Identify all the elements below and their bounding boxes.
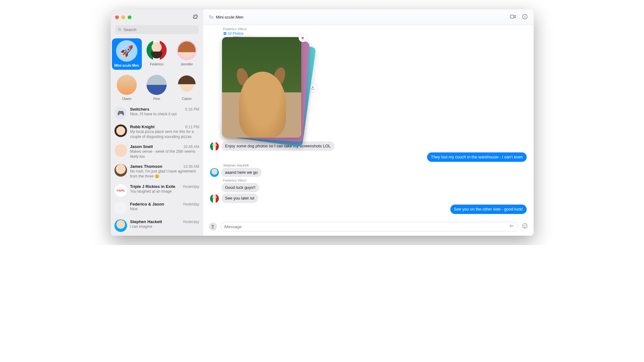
avatar <box>147 75 167 95</box>
messages-window: 🚀Mini-scule MenFedericoJenniferOwenFinnC… <box>111 9 534 236</box>
conversation-title: Robb Knight <box>130 124 155 129</box>
details-button[interactable] <box>522 14 528 21</box>
message-row: They lost my couch in the warehouse - I … <box>210 152 527 162</box>
photos-collection-link[interactable]: 10 Photos <box>223 31 527 35</box>
pinned-conversation[interactable]: 🚀Mini-scule Men <box>112 38 142 70</box>
message-bubble[interactable]: aaand here we go <box>221 168 262 177</box>
apps-button[interactable] <box>209 222 217 231</box>
search-input[interactable] <box>123 27 196 32</box>
svg-rect-5 <box>225 32 226 33</box>
search-field[interactable] <box>115 25 199 34</box>
search-icon <box>118 27 122 32</box>
main-panel: To: Mini-scule Men Federico Viticci 10 P… <box>203 9 534 236</box>
avatar: triplej <box>114 184 127 197</box>
avatar <box>147 40 167 60</box>
pinned-conversation[interactable]: Owen <box>112 73 142 103</box>
avatar <box>210 168 219 177</box>
conversation-item[interactable]: Jason Snell10:46 AMMakes sense - week of… <box>111 142 203 162</box>
pin-label: Owen <box>122 97 131 101</box>
svg-rect-4 <box>224 32 225 33</box>
message-row: Enjoy some dog photos so I can take my s… <box>210 141 527 151</box>
svg-rect-7 <box>225 33 226 35</box>
conversation-title: Jason Snell <box>130 144 153 149</box>
avatar: 🎮 <box>114 107 127 119</box>
conversation-item[interactable]: Robb Knight6:11 PMMy local pizza place s… <box>111 122 203 142</box>
heart-reaction-icon: ♥ <box>299 34 307 42</box>
svg-point-1 <box>118 28 120 30</box>
emoji-button[interactable] <box>522 223 528 230</box>
pinned-conversation[interactable]: Calvin <box>172 73 202 103</box>
conversation-item[interactable]: 🎮Switchers6:16 PMNice, I'll have to chec… <box>111 104 203 122</box>
conversation-preview: Makes sense - week of the 25th seems lik… <box>130 149 199 159</box>
conversation-time: 6:16 PM <box>185 107 199 112</box>
compose-button[interactable] <box>193 14 199 21</box>
conversation-time: 6:11 PM <box>185 125 199 129</box>
conversation-time: 10:46 AM <box>183 145 199 149</box>
message-row: See you on the other side - good luck! <box>210 205 527 214</box>
sender-name: Stephen Hackett <box>223 163 527 167</box>
to-name: Mini-scule Men <box>216 15 243 19</box>
message-bubble[interactable]: See you on the other side - good luck! <box>450 205 527 214</box>
pin-label: Mini-scule Men <box>114 63 139 67</box>
message-bubble[interactable]: They lost my couch in the warehouse - I … <box>427 152 526 162</box>
conversation-title: James Thomson <box>130 164 163 169</box>
compose-bar <box>203 219 534 236</box>
avatar <box>210 142 219 151</box>
conversation-title: Switchers <box>130 107 149 112</box>
titlebar <box>111 9 203 25</box>
message-row: See you later lol <box>210 194 527 203</box>
pin-label: Calvin <box>182 97 192 101</box>
conversation-item[interactable]: Stephen HackettYesterdayi can imagine <box>111 217 203 234</box>
conversation-title: Triple J Rickies in Exile <box>130 184 175 189</box>
audio-message-button[interactable] <box>509 224 514 229</box>
message-bubble[interactable]: Good luck guys!! <box>221 183 259 192</box>
svg-point-8 <box>522 224 527 228</box>
avatar <box>177 40 197 60</box>
conversation-preview: You laughed at an image <box>130 189 199 194</box>
zoom-window-button[interactable] <box>128 15 131 19</box>
conversation-header: To: Mini-scule Men <box>203 9 534 25</box>
photo-stack[interactable]: ♥ <box>222 37 304 138</box>
to-label: To: <box>209 15 214 19</box>
avatar <box>114 202 127 214</box>
conversation-item[interactable]: triplejTriple J Rickies in ExileYesterda… <box>111 182 203 199</box>
grid-icon <box>223 32 227 35</box>
message-thread[interactable]: Federico Viticci 10 Photos ♥ Enjoy so <box>203 25 534 219</box>
message-input[interactable] <box>224 224 509 229</box>
avatar <box>117 75 137 95</box>
conversation-item[interactable]: Federico & JasonYesterdayNice <box>111 199 203 217</box>
pin-label: Finn <box>153 97 160 101</box>
pin-label: Federico <box>150 62 164 66</box>
message-row: Good luck guys!! <box>210 183 527 192</box>
conversation-list[interactable]: 🎮Switchers6:16 PMNice, I'll have to chec… <box>111 104 203 236</box>
avatar <box>210 194 219 203</box>
message-input-field[interactable] <box>221 222 518 231</box>
message-bubble[interactable]: See you later lol <box>221 194 258 203</box>
pinned-conversation[interactable]: Jennifer <box>172 38 202 70</box>
conversation-preview: i can imagine <box>130 224 199 229</box>
facetime-button[interactable] <box>510 14 516 21</box>
photo-card-front <box>222 37 301 138</box>
conversation-preview: My local pizza place sent me this for a … <box>130 129 199 139</box>
conversation-title: Federico & Jason <box>130 202 164 206</box>
avatar <box>114 144 127 157</box>
conversation-time: Yesterday <box>183 184 199 189</box>
conversation-item[interactable]: James Thomson10:38 AMNo rush, I'm just g… <box>111 162 203 181</box>
pinned-conversation[interactable]: Finn <box>142 73 172 103</box>
sidebar: 🚀Mini-scule MenFedericoJenniferOwenFinnC… <box>111 9 203 236</box>
svg-point-10 <box>525 225 526 226</box>
photos-count: 10 Photos <box>228 31 244 35</box>
minimize-window-button[interactable] <box>121 15 125 19</box>
pin-label: Jennifer <box>180 62 193 66</box>
avatar <box>177 75 197 95</box>
avatar <box>114 219 127 232</box>
traffic-lights <box>115 15 131 19</box>
pinned-conversation[interactable]: Federico <box>142 38 172 70</box>
avatar: 🚀 <box>116 40 137 62</box>
avatar <box>114 124 127 137</box>
conversation-time: Yesterday <box>183 202 199 206</box>
conversation-time: Yesterday <box>183 220 199 224</box>
svg-rect-6 <box>224 33 225 35</box>
close-window-button[interactable] <box>115 15 119 19</box>
pinned-conversations: 🚀Mini-scule MenFedericoJenniferOwenFinnC… <box>111 36 203 104</box>
